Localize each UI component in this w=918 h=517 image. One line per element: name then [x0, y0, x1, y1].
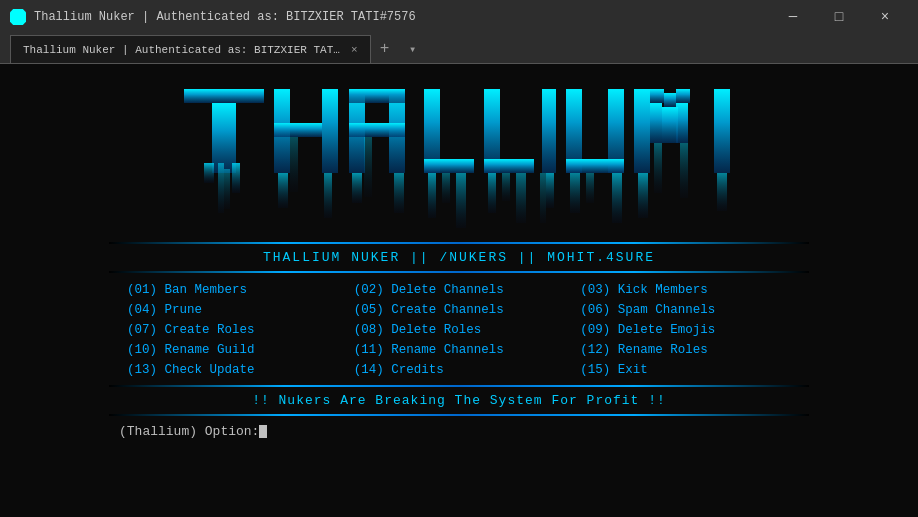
- logo-container: [20, 79, 898, 234]
- tagline-text: !! Nukers Are Breaking The System For Pr…: [252, 393, 666, 408]
- svg-rect-7: [274, 123, 322, 137]
- active-tab[interactable]: Thallium Nuker | Authenticated as: BITZX…: [10, 35, 371, 63]
- top-divider: [109, 242, 809, 244]
- svg-rect-27: [502, 173, 510, 201]
- menu-item-14[interactable]: (14) Credits: [346, 361, 573, 379]
- menu-item-10[interactable]: (10) Rename Guild: [119, 341, 346, 359]
- menu-item-04[interactable]: (04) Prune: [119, 301, 346, 319]
- svg-rect-26: [488, 173, 496, 213]
- menu-item-07[interactable]: (07) Create Roles: [119, 321, 346, 339]
- window-controls: ─ □ ×: [770, 0, 908, 34]
- titlebar: Thallium Nuker | Authenticated as: BITZX…: [0, 0, 918, 34]
- tab-label: Thallium Nuker | Authenticated as: BITZX…: [23, 44, 343, 56]
- svg-rect-30: [546, 173, 554, 208]
- menu-item-11[interactable]: (11) Rename Channels: [346, 341, 573, 359]
- svg-rect-20: [424, 159, 474, 173]
- svg-rect-41: [664, 93, 676, 107]
- svg-rect-0: [184, 89, 264, 103]
- menu-item-15[interactable]: (15) Exit: [572, 361, 799, 379]
- svg-rect-37: [586, 173, 594, 203]
- menu-item-02[interactable]: (02) Delete Channels: [346, 281, 573, 299]
- svg-rect-17: [394, 173, 404, 213]
- app-icon: [10, 9, 26, 25]
- svg-rect-18: [364, 137, 372, 197]
- svg-rect-2: [204, 163, 214, 183]
- thallium-logo: [174, 79, 744, 234]
- cursor: [259, 425, 267, 438]
- terminal-area: THALLIUM NUKER || /NUKERS || MOHIT.4SURE…: [0, 64, 918, 517]
- menu-item-05[interactable]: (05) Create Channels: [346, 301, 573, 319]
- svg-rect-1: [212, 103, 236, 173]
- subtitle-divider: [109, 271, 809, 273]
- subtitle-text: THALLIUM NUKER || /NUKERS || MOHIT.4SURE: [263, 250, 655, 265]
- svg-rect-15: [349, 123, 405, 137]
- svg-rect-39: [714, 89, 730, 173]
- svg-rect-23: [456, 173, 466, 228]
- new-tab-button[interactable]: +: [371, 35, 399, 63]
- svg-rect-35: [570, 173, 580, 213]
- menu-item-09[interactable]: (09) Delete Emojis: [572, 321, 799, 339]
- menu-grid: (01) Ban Members(02) Delete Channels(03)…: [119, 281, 799, 379]
- svg-rect-36: [612, 173, 622, 223]
- svg-rect-4: [224, 169, 230, 209]
- svg-rect-47: [717, 173, 727, 211]
- svg-rect-9: [278, 173, 288, 208]
- maximize-button[interactable]: □: [816, 0, 862, 34]
- menu-item-03[interactable]: (03) Kick Members: [572, 281, 799, 299]
- prompt-line: (Thallium) Option:: [119, 424, 267, 439]
- tagline-divider: [109, 414, 809, 416]
- tab-bar: Thallium Nuker | Authenticated as: BITZX…: [0, 34, 918, 64]
- menu-item-12[interactable]: (12) Rename Roles: [572, 341, 799, 359]
- svg-rect-8: [322, 89, 338, 173]
- svg-rect-42: [676, 89, 690, 103]
- svg-rect-22: [442, 173, 450, 203]
- svg-rect-16: [352, 173, 362, 203]
- menu-item-08[interactable]: (08) Delete Roles: [346, 321, 573, 339]
- svg-rect-5: [218, 163, 224, 213]
- svg-rect-3: [232, 163, 240, 193]
- svg-rect-34: [566, 159, 624, 173]
- svg-rect-49: [680, 143, 688, 198]
- svg-rect-28: [516, 173, 526, 223]
- svg-rect-48: [654, 143, 662, 193]
- svg-rect-38: [634, 89, 650, 173]
- svg-rect-45: [662, 107, 678, 143]
- svg-rect-10: [324, 173, 332, 218]
- svg-rect-21: [428, 173, 436, 218]
- svg-rect-25: [484, 159, 534, 173]
- svg-rect-14: [349, 89, 405, 103]
- tab-dropdown-button[interactable]: ▾: [399, 35, 427, 63]
- titlebar-title: Thallium Nuker | Authenticated as: BITZX…: [34, 10, 762, 24]
- tab-close-button[interactable]: ×: [351, 44, 358, 56]
- svg-rect-40: [650, 89, 664, 103]
- menu-divider: [109, 385, 809, 387]
- svg-rect-46: [638, 173, 648, 218]
- close-button[interactable]: ×: [862, 0, 908, 34]
- svg-rect-43: [650, 103, 662, 143]
- svg-rect-31: [540, 173, 546, 223]
- menu-item-01[interactable]: (01) Ban Members: [119, 281, 346, 299]
- svg-rect-29: [542, 89, 556, 173]
- menu-item-13[interactable]: (13) Check Update: [119, 361, 346, 379]
- svg-rect-11: [290, 137, 298, 192]
- minimize-button[interactable]: ─: [770, 0, 816, 34]
- menu-item-06[interactable]: (06) Spam Channels: [572, 301, 799, 319]
- prompt-text: (Thallium) Option:: [119, 424, 259, 439]
